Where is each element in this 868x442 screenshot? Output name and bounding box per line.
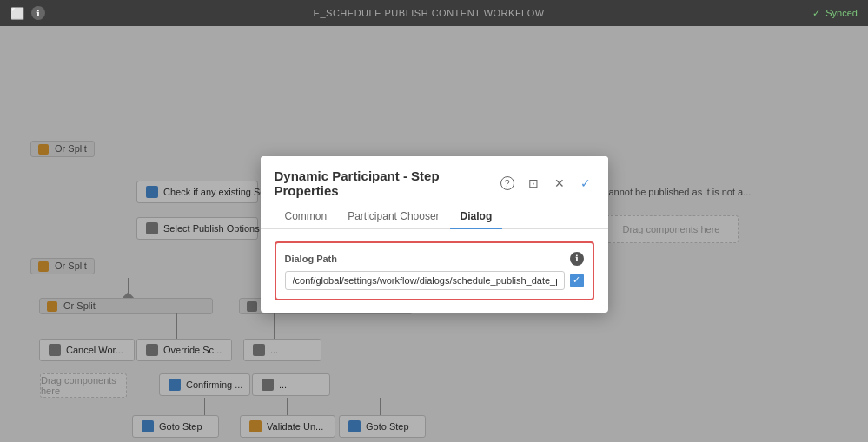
help-icon-btn[interactable]: ? xyxy=(499,175,516,192)
modal-overlay: Dynamic Participant - Step Properties ? … xyxy=(0,26,868,442)
modal-header: Dynamic Participant - Step Properties ? … xyxy=(261,156,608,198)
sync-status: ✓ Synced xyxy=(812,8,858,19)
tab-participant-chooser[interactable]: Participant Chooser xyxy=(337,205,449,229)
dialog-path-label-row: Dialog Path ℹ xyxy=(285,252,584,266)
tab-dialog[interactable]: Dialog xyxy=(450,205,503,229)
close-icon-btn[interactable]: ✕ xyxy=(551,175,568,192)
top-bar-left: ⬜ ℹ xyxy=(10,6,45,20)
dialog-path-section: Dialog Path ℹ xyxy=(275,241,594,300)
modal-title: Dynamic Participant - Step Properties xyxy=(275,168,499,198)
dialog-path-input[interactable] xyxy=(285,271,565,290)
sync-label: Synced xyxy=(825,8,858,18)
modal-tabs: Common Participant Chooser Dialog xyxy=(261,198,608,229)
resize-icon-btn[interactable]: ⊡ xyxy=(525,175,542,192)
dialog-path-info-icon[interactable]: ℹ xyxy=(570,252,584,266)
modal-body: Dialog Path ℹ xyxy=(261,229,608,313)
workflow-title: E_SCHEDULE PUBLISH CONTENT WORKFLOW xyxy=(314,8,545,18)
confirm-icon-btn[interactable]: ✓ xyxy=(577,175,594,192)
modal-header-icons: ? ⊡ ✕ ✓ xyxy=(499,175,594,192)
step-properties-modal: Dynamic Participant - Step Properties ? … xyxy=(261,156,608,313)
workflow-canvas: Or Split Check if any existing Sch... ca… xyxy=(0,26,868,442)
window-icon: ⬜ xyxy=(10,7,24,20)
info-icon[interactable]: ℹ xyxy=(31,6,45,20)
top-bar: ⬜ ℹ E_SCHEDULE PUBLISH CONTENT WORKFLOW … xyxy=(0,0,868,26)
tab-common[interactable]: Common xyxy=(275,205,338,229)
dialog-path-label: Dialog Path xyxy=(285,254,338,264)
sync-check-icon: ✓ xyxy=(812,8,820,19)
dialog-path-checkbox[interactable] xyxy=(570,274,584,287)
dialog-path-input-row xyxy=(285,271,584,290)
